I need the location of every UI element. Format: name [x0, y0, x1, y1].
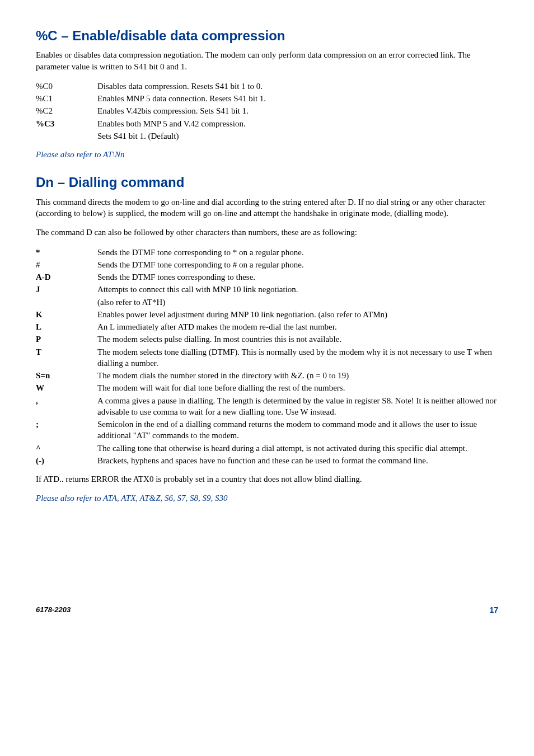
section2-intro2: The command D can also be followed by ot… — [36, 227, 498, 238]
list2-term — [36, 296, 97, 308]
section2-post: If ATD.. returns ERROR the ATX0 is proba… — [36, 473, 498, 485]
list2-row: ^The calling tone that otherwise is hear… — [36, 442, 498, 454]
list2-desc: Semicolon in the end of a dialling comma… — [97, 418, 498, 442]
section1-heading: %C – Enable/disable data compression — [36, 27, 498, 45]
list1-desc: Enables MNP 5 data connection. Resets S4… — [97, 92, 266, 105]
list1-desc: Sets S41 bit 1. (Default) — [97, 130, 266, 142]
section1-list: %C0Disables data compression. Resets S41… — [36, 80, 266, 142]
list1-term: %C1 — [36, 92, 97, 105]
list2-desc: Attempts to connect this call with MNP 1… — [97, 283, 498, 295]
list2-term: T — [36, 346, 97, 370]
list2-term: P — [36, 333, 97, 345]
list1-term: %C2 — [36, 105, 97, 117]
list1-row: %C1Enables MNP 5 data connection. Resets… — [36, 92, 266, 105]
section2-intro1: This command directs the modem to go on-… — [36, 196, 498, 219]
list2-desc: The modem will wait for dial tone before… — [97, 382, 498, 394]
page-footer: 6178-2203 17 — [36, 605, 498, 616]
list2-desc: The modem selects pulse dialling. In mos… — [97, 333, 498, 345]
list1-row: %C2Enables V.42bis compression. Sets S41… — [36, 105, 266, 117]
list2-term: A-D — [36, 271, 97, 283]
list2-desc: The calling tone that otherwise is heard… — [97, 442, 498, 454]
list2-desc: (also refer to AT*H) — [97, 296, 498, 308]
list2-term: L — [36, 321, 97, 333]
list2-term: S=n — [36, 369, 97, 382]
list2-row: (-)Brackets, hyphens and spaces have no … — [36, 454, 498, 467]
list2-row: TThe modem selects tone dialling (DTMF).… — [36, 346, 498, 370]
list1-term: %C3 — [36, 118, 97, 130]
list2-desc: An L immediately after ATD makes the mod… — [97, 321, 498, 333]
list1-row: %C0Disables data compression. Resets S41… — [36, 80, 266, 92]
list2-row: (also refer to AT*H) — [36, 296, 498, 308]
list2-term: ; — [36, 418, 97, 442]
list2-row: *Sends the DTMF tone corresponding to * … — [36, 246, 498, 259]
list2-row: JAttempts to connect this call with MNP … — [36, 283, 498, 295]
list1-desc: Enables V.42bis compression. Sets S41 bi… — [97, 105, 266, 117]
list2-desc: Sends the DTMF tone corresponding to # o… — [97, 259, 498, 271]
section2-list: *Sends the DTMF tone corresponding to * … — [36, 246, 498, 467]
list1-row: %C3Enables both MNP 5 and V.42 compressi… — [36, 118, 266, 130]
list2-row: PThe modem selects pulse dialling. In mo… — [36, 333, 498, 345]
page-number: 17 — [489, 605, 498, 616]
list2-row: KEnables power level adjustment during M… — [36, 308, 498, 321]
list2-term: K — [36, 308, 97, 321]
list2-desc: Brackets, hyphens and spaces have no fun… — [97, 454, 498, 467]
list2-row: #Sends the DTMF tone corresponding to # … — [36, 259, 498, 271]
list2-desc: Sends the DTMF tones corresponding to th… — [97, 271, 498, 283]
doc-number: 6178-2203 — [36, 605, 71, 616]
section1-see-also: Please also refer to AT\Nn — [36, 149, 498, 160]
list2-row: ;Semicolon in the end of a dialling comm… — [36, 418, 498, 442]
list1-row: Sets S41 bit 1. (Default) — [36, 130, 266, 142]
list2-desc: A comma gives a pause in dialling. The l… — [97, 395, 498, 419]
list2-term: * — [36, 246, 97, 259]
list1-term — [36, 130, 97, 142]
list2-row: ,A comma gives a pause in dialling. The … — [36, 395, 498, 419]
section2-heading: Dn – Dialling command — [36, 173, 498, 191]
list1-term: %C0 — [36, 80, 97, 92]
list2-term: ^ — [36, 442, 97, 454]
list2-term: (-) — [36, 454, 97, 467]
list2-desc: The modem selects tone dialling (DTMF). … — [97, 346, 498, 370]
list2-row: S=nThe modem dials the number stored in … — [36, 369, 498, 382]
section1-intro: Enables or disables data compression neg… — [36, 49, 498, 72]
section2-see-also: Please also refer to ATA, ATX, AT&Z, S6,… — [36, 492, 498, 504]
list2-desc: Sends the DTMF tone corresponding to * o… — [97, 246, 498, 259]
list2-desc: The modem dials the number stored in the… — [97, 369, 498, 382]
list2-term: , — [36, 395, 97, 419]
list2-row: LAn L immediately after ATD makes the mo… — [36, 321, 498, 333]
list1-desc: Disables data compression. Resets S41 bi… — [97, 80, 266, 92]
list2-term: J — [36, 283, 97, 295]
list2-term: # — [36, 259, 97, 271]
list2-desc: Enables power level adjustment during MN… — [97, 308, 498, 321]
list2-row: A-DSends the DTMF tones corresponding to… — [36, 271, 498, 283]
list2-row: WThe modem will wait for dial tone befor… — [36, 382, 498, 394]
list1-desc: Enables both MNP 5 and V.42 compression. — [97, 118, 266, 130]
list2-term: W — [36, 382, 97, 394]
